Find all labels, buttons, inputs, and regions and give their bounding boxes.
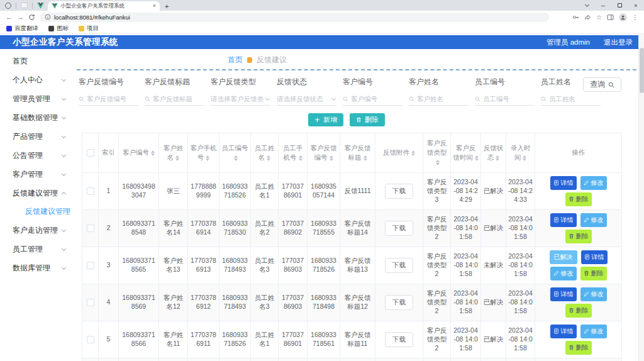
sidebar-item-customer-management[interactable]: 客户管理: [0, 165, 74, 184]
filter-input-feedback-title[interactable]: 客户反馈标题: [145, 93, 204, 106]
col-customer-name[interactable]: 客户姓名: [159, 133, 188, 173]
edit-button[interactable]: 修改: [580, 176, 607, 190]
download-button[interactable]: 下载: [385, 184, 413, 199]
reload-button[interactable]: [28, 14, 35, 21]
share-icon[interactable]: [584, 14, 591, 21]
cell-checkbox[interactable]: [82, 172, 99, 209]
sidebar-item-feedback-management[interactable]: 反馈建议管理: [0, 184, 74, 203]
header-checkbox[interactable]: [87, 149, 94, 157]
sort-icon[interactable]: [206, 155, 209, 161]
profile-avatar[interactable]: [619, 13, 627, 21]
sort-icon[interactable]: [151, 150, 155, 156]
filter-select-feedback-type[interactable]: 请选择客户反馈类型: [211, 93, 270, 106]
logout-link[interactable]: 退出登录: [604, 38, 633, 47]
edit-button[interactable]: 修改: [580, 325, 607, 338]
detail-button[interactable]: 详情: [550, 325, 577, 338]
vue-pinned-tab-icon[interactable]: [37, 3, 44, 9]
col-customer-phone[interactable]: 客户手机号: [188, 133, 219, 173]
detail-button[interactable]: 详情: [550, 176, 577, 190]
sidebar-item-base-data-management[interactable]: 基础数据管理: [0, 108, 74, 127]
download-button[interactable]: 下载: [385, 332, 413, 347]
sidebar-item-home[interactable]: 首页: [0, 52, 74, 70]
row-checkbox[interactable]: [87, 262, 94, 269]
browser-menu-icon[interactable]: ⋮: [632, 14, 638, 21]
col-feedback-type[interactable]: 客户反馈类型: [423, 133, 451, 173]
sidebar-item-notice-management[interactable]: 公告管理: [0, 146, 74, 165]
query-button[interactable]: 查询: [583, 77, 621, 92]
sort-icon[interactable]: [267, 155, 270, 161]
current-user[interactable]: 管理员 admin: [547, 38, 590, 47]
sort-icon[interactable]: [175, 155, 179, 161]
col-entry-time[interactable]: 录入时间: [506, 133, 535, 173]
add-button[interactable]: 新增: [308, 113, 343, 126]
new-tab-button[interactable]: +: [165, 3, 169, 10]
address-bar[interactable]: localhost:8081/#/kehuFankui: [40, 13, 549, 22]
scrollbar[interactable]: [638, 34, 644, 361]
edit-button[interactable]: 修改: [580, 287, 607, 301]
sidebar-item-personal-center[interactable]: 个人中心: [0, 70, 74, 89]
sort-icon[interactable]: [330, 155, 333, 161]
sidebar-item-customer-visit-management[interactable]: 客户走访管理: [0, 221, 74, 240]
cell-checkbox[interactable]: [82, 358, 99, 361]
browser-tab[interactable]: 小型企业客户关系管理系统 ×: [48, 1, 160, 11]
col-attachment[interactable]: 反馈附件: [375, 133, 423, 173]
sidebar-item-database-management[interactable]: 数据库管理: [0, 258, 74, 277]
filter-input-customer-no[interactable]: 客户编号: [343, 93, 402, 106]
col-feedback-no[interactable]: 客户反馈编号: [308, 133, 340, 173]
bookmark-item[interactable]: 图标: [48, 25, 69, 33]
tab-close-icon[interactable]: ×: [153, 3, 156, 9]
row-checkbox[interactable]: [87, 225, 94, 232]
col-employee-phone[interactable]: 员工手机号: [279, 133, 308, 173]
forward-button[interactable]: →: [17, 14, 24, 21]
filter-input-customer-name[interactable]: 客户姓名: [409, 93, 469, 106]
detail-button[interactable]: 详情: [550, 213, 577, 227]
delete-button[interactable]: 删除: [565, 304, 592, 318]
cell-checkbox[interactable]: [82, 247, 99, 284]
sort-icon[interactable]: [234, 155, 238, 161]
detail-button[interactable]: 详情: [550, 287, 577, 301]
bulk-delete-button[interactable]: 删除: [350, 113, 385, 126]
sidebar-item-employee-management[interactable]: 员工管理: [0, 240, 74, 258]
pinned-tab[interactable]: [21, 3, 28, 8]
site-info-icon[interactable]: [45, 14, 51, 20]
breadcrumb-home[interactable]: 首页: [228, 55, 243, 65]
row-checkbox[interactable]: [87, 187, 94, 195]
sort-icon[interactable]: [496, 155, 499, 161]
cell-checkbox[interactable]: [82, 321, 99, 358]
delete-button[interactable]: 删除: [565, 230, 592, 243]
side-panel-icon[interactable]: [607, 14, 614, 21]
row-checkbox[interactable]: [87, 336, 94, 343]
sort-icon[interactable]: [364, 155, 367, 161]
window-minimize-button[interactable]: ─: [595, 0, 611, 11]
cell-checkbox[interactable]: [82, 284, 99, 321]
resolve-button[interactable]: 已解决: [550, 250, 577, 264]
bookmark-item[interactable]: 百度翻译: [6, 25, 38, 33]
bookmark-star-icon[interactable]: ☆: [596, 14, 602, 21]
sort-icon[interactable]: [436, 160, 440, 165]
col-customer-no[interactable]: 客户编号: [119, 133, 159, 173]
delete-button[interactable]: 删除: [565, 192, 592, 206]
download-button[interactable]: 下载: [385, 221, 413, 236]
window-close-button[interactable]: ×: [628, 0, 644, 11]
delete-button[interactable]: 删除: [580, 267, 607, 280]
filter-input-employee-name[interactable]: 员工姓名: [541, 93, 601, 106]
download-button[interactable]: 下载: [385, 258, 413, 273]
col-employee-name[interactable]: 员工姓名: [251, 133, 279, 173]
sort-icon[interactable]: [299, 155, 303, 161]
col-feedback-title[interactable]: 客户反馈标题: [340, 133, 375, 173]
col-employee-no[interactable]: 员工编号: [219, 133, 251, 173]
scrollbar-thumb[interactable]: [640, 48, 644, 93]
sidebar-subitem-feedback-suggestion[interactable]: 反馈建议管理: [0, 203, 74, 221]
col-status[interactable]: 反馈状态: [481, 133, 506, 173]
filter-input-feedback-no[interactable]: 客户反馈编号: [79, 93, 138, 106]
sidebar-item-admin-management[interactable]: 管理员管理: [0, 89, 74, 108]
sidebar-item-product-management[interactable]: 产品管理: [0, 127, 74, 146]
password-key-icon[interactable]: [572, 14, 579, 21]
col-feedback-time[interactable]: 客户反馈时间: [451, 133, 481, 173]
bookmark-item[interactable]: 项目: [79, 25, 99, 33]
sort-icon[interactable]: [411, 150, 415, 156]
sort-icon[interactable]: [475, 155, 479, 161]
download-button[interactable]: 下载: [385, 295, 413, 310]
delete-button[interactable]: 删除: [565, 341, 592, 355]
filter-select-feedback-status[interactable]: 请选择反馈状态: [277, 93, 336, 106]
